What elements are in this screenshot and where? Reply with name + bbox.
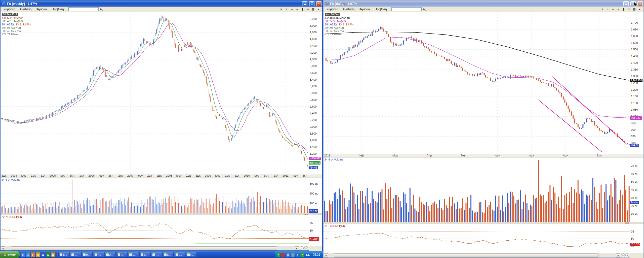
zoom-in-button[interactable]: + [625, 253, 629, 257]
crosshair-icon[interactable]: ⌖ [295, 7, 300, 12]
menu-periods[interactable]: Περίοδοι [357, 7, 372, 12]
crosshair-icon[interactable]: ⌖ [616, 7, 621, 12]
word-icon[interactable]: W [41, 252, 45, 257]
scrollbar-thumb[interactable] [11, 246, 277, 250]
horizontal-scrollbar[interactable]: ◄►−+ [1, 246, 322, 250]
symbol-search-icon[interactable] [422, 7, 427, 12]
taskbar-task-button[interactable]: Γ... [116, 252, 127, 257]
legend-change: -13.3 -1.67% [338, 23, 354, 26]
taskbar-task-button[interactable]: E... [174, 252, 185, 257]
taskbar-task-button[interactable]: F... [151, 252, 162, 257]
price-tick-label: 5,000 [310, 24, 317, 27]
price-canvas[interactable] [324, 12, 630, 154]
volume-canvas[interactable] [324, 158, 630, 222]
messenger-icon[interactable]: ● [300, 253, 304, 257]
pointer-icon[interactable]: ↖ [600, 7, 605, 12]
menu-analysis[interactable]: Ανάλυση [18, 7, 33, 12]
maximize-button[interactable] [309, 1, 314, 6]
legend-line: 988.5355 Μα(20) [325, 20, 354, 23]
close-button[interactable]: × [316, 1, 321, 6]
excel-icon[interactable]: X [46, 252, 50, 257]
candlestick-icon[interactable]: ▮ [621, 7, 626, 12]
dropdown-icon[interactable]: ▾ [316, 7, 321, 12]
zoom-out-button[interactable]: − [621, 253, 625, 257]
rsi-canvas[interactable] [1, 215, 309, 246]
folder-icon[interactable]: ▤ [51, 252, 55, 257]
symbol-search-icon[interactable] [99, 7, 104, 12]
menu-analysis[interactable]: Ανάλυση [341, 7, 356, 12]
menu-periods[interactable]: Περίοδοι [34, 7, 49, 12]
volume-tick-label: 30 εκ [631, 197, 637, 199]
start-button[interactable]: start [0, 251, 20, 258]
price-canvas[interactable] [1, 12, 309, 174]
taskbar-task-button[interactable]: A... [93, 252, 104, 257]
zoom-out-icon[interactable]: − [289, 7, 294, 12]
zoom-in-button[interactable]: + [304, 246, 308, 250]
scroll-left-button[interactable]: ◄ [324, 253, 328, 257]
pointer-icon[interactable]: ↖ [279, 7, 284, 12]
horizontal-scrollbar[interactable]: ◄►−+ [324, 253, 643, 257]
rsi-canvas[interactable] [324, 224, 630, 253]
menu-view[interactable]: Προβολή [373, 7, 389, 12]
time-axis-label: Ιουν [495, 154, 500, 157]
line-chart-icon[interactable]: ∿ [626, 7, 631, 12]
zoom-in-icon[interactable]: + [284, 7, 289, 12]
pane-separator[interactable]: ▾ [324, 222, 643, 224]
taskbar-task-button[interactable]: E... [128, 252, 139, 257]
line-chart-icon[interactable]: ∿ [305, 7, 310, 12]
taskbar-task-button[interactable]: Π... [186, 252, 197, 257]
minimize-button[interactable] [302, 1, 307, 6]
toolbar-icon-cluster: ↖+−⌖▮∿▦▾ [600, 7, 642, 12]
legend-value: 1,268.9546 Μα(200) [325, 16, 350, 19]
clock[interactable]: 05:21 [312, 253, 320, 256]
titlebar-weekly[interactable]: ΓΔ [weekly] - 1.67% × [1, 1, 322, 7]
scrollbar-track[interactable] [328, 253, 616, 257]
scrollbar-thumb[interactable] [334, 253, 599, 257]
pane-separator[interactable]: ▾ [1, 213, 322, 215]
grid-icon[interactable]: ▦ [310, 7, 315, 12]
scroll-right-button[interactable]: ► [295, 246, 299, 250]
time-axis-label: 2008 [166, 174, 172, 177]
taskbar-task-button[interactable]: H... [82, 252, 93, 257]
language-indicator[interactable]: EL [305, 253, 310, 256]
taskbar-task-button[interactable]: I... [70, 252, 81, 257]
scroll-right-button[interactable]: ► [616, 253, 620, 257]
zoom-out-icon[interactable]: − [611, 7, 616, 12]
pane-collapse-button[interactable]: ▾ [625, 222, 629, 224]
price-tick-label: 3,200 [310, 85, 317, 88]
outlook-icon[interactable]: @ [36, 252, 40, 257]
show-desktop-icon[interactable]: □ [26, 252, 30, 257]
taskbar-task-button[interactable]: Γ... [139, 252, 150, 257]
time-axis-label: Ιουν [176, 174, 182, 177]
time-axis-label: Ιουν [99, 174, 104, 177]
titlebar-daily[interactable]: ΓΔ [daily] - 1.67% × [324, 1, 643, 7]
menu-view[interactable]: Προβολή [50, 7, 66, 12]
taskbar-task-button[interactable]: B... [58, 252, 69, 257]
scrollbar-track[interactable] [5, 246, 295, 250]
volume-canvas[interactable] [1, 178, 309, 213]
symbol-input[interactable] [68, 7, 99, 11]
time-axis-label: Μαρ [392, 154, 398, 157]
volume-icon[interactable]: ♪ [291, 253, 295, 257]
menu-symbols[interactable]: Σύμβολα [325, 7, 340, 12]
chart-app-icon[interactable]: ▲ [296, 253, 299, 257]
internet-explorer-icon[interactable]: e [21, 252, 25, 257]
antivirus-icon[interactable]: ✔ [276, 253, 280, 257]
symbol-input[interactable] [391, 7, 422, 11]
time-axis-label: Σεπ [303, 174, 307, 177]
candlestick-icon[interactable]: ▮ [300, 7, 305, 12]
taskbar-task-button[interactable]: E... [163, 252, 174, 257]
alert-icon[interactable]: ! [281, 253, 285, 257]
taskbar-task-button[interactable]: A... [105, 252, 116, 257]
volume-tick-label: 300 εκ [310, 182, 318, 185]
dropdown-icon[interactable]: ▾ [637, 7, 642, 12]
rsi-axis: 25507522.7814 [309, 215, 322, 246]
zoom-out-button[interactable]: − [300, 246, 304, 250]
network-icon[interactable]: ▣ [286, 253, 290, 257]
scroll-left-button[interactable]: ◄ [1, 246, 5, 250]
media-player-icon[interactable]: ▸ [31, 252, 35, 257]
zoom-in-icon[interactable]: + [605, 7, 610, 12]
menu-symbols[interactable]: Σύμβολα [2, 7, 17, 12]
grid-icon[interactable]: ▦ [632, 7, 637, 12]
minimize-button[interactable] [623, 1, 629, 6]
